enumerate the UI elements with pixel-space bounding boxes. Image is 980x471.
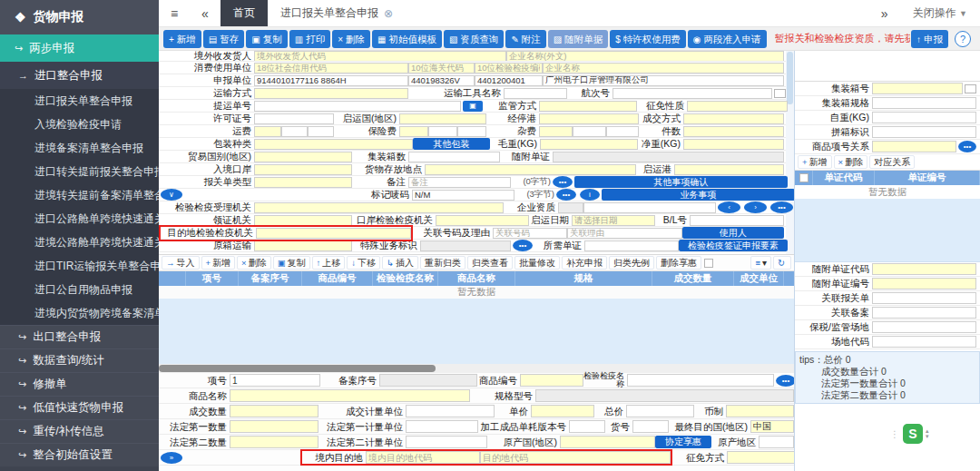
sidebar-item-retransmit[interactable]: ↪重传/补传信息 (0, 419, 159, 443)
删除享惠-button[interactable]: 删除享惠 (656, 256, 701, 270)
entry-port-input[interactable] (254, 164, 352, 175)
sidebar-item-entry-transit-advance[interactable]: 进境转关提前备案清单整合申报 (0, 183, 159, 207)
overseas-consignor-name-input[interactable] (506, 51, 784, 62)
marks-info-icon[interactable]: i (580, 189, 600, 201)
transport-tool-input[interactable] (504, 88, 567, 99)
legal-second-unit-input[interactable] (406, 436, 487, 448)
sidebar-item-entry-road-manifest[interactable]: 进境公路舱单跨境快速通关申报 (0, 231, 159, 254)
item-no-input[interactable] (230, 374, 320, 387)
declare-unit-name-input[interactable] (543, 75, 784, 86)
user-button[interactable]: 使用人 (682, 227, 784, 239)
附注-button[interactable]: ✎附注 (505, 30, 545, 48)
tab-1[interactable]: 进口报关单整合申报⊗ (268, 0, 406, 26)
port-ciq-org-input[interactable] (436, 215, 529, 226)
attach-doc-code-input[interactable] (872, 263, 976, 275)
bl-no-input[interactable] (690, 215, 784, 226)
storage-place-input[interactable] (425, 164, 636, 175)
declare-unit-credit-input[interactable] (254, 75, 408, 86)
departure-country-input[interactable] (399, 113, 486, 124)
新增-button[interactable]: +新增 (798, 155, 832, 169)
删除-button[interactable]: ×删除 (237, 256, 271, 270)
sidebar-item-amend-cancel[interactable]: ↪修撤单 (0, 372, 159, 396)
total-price-input[interactable] (626, 405, 694, 417)
container-count-input[interactable] (408, 152, 500, 162)
transport-mode-input[interactable] (254, 88, 408, 99)
两段准入申请-button[interactable]: ◉两段准入申请 (688, 30, 767, 48)
goods-code-input[interactable] (520, 374, 583, 387)
对应关系-button[interactable]: 对应关系 (869, 155, 915, 169)
special-business-more-icon[interactable]: ••• (513, 240, 533, 251)
declaration-type-input[interactable] (254, 177, 352, 188)
legal-first-qty-input[interactable] (230, 420, 318, 433)
goods-name-input[interactable] (230, 389, 470, 402)
currency-input[interactable] (726, 405, 794, 417)
accompanying-docs-input[interactable] (553, 152, 784, 162)
related-declaration-input[interactable] (872, 292, 976, 304)
original-container-input[interactable] (254, 240, 352, 251)
consumer-unit-credit-input[interactable] (254, 63, 408, 74)
上移-button[interactable]: ↑上移 (312, 256, 346, 270)
复制-button[interactable]: ▣复制 (273, 256, 310, 270)
related-record-input[interactable] (872, 307, 976, 319)
expand-detail-icon[interactable]: » (161, 452, 182, 464)
sidebar-item-data-query[interactable]: ↪数据查询/统计 (0, 348, 159, 372)
资质查询-button[interactable]: ▧资质查询 (444, 30, 504, 48)
transaction-mode-input[interactable] (683, 113, 784, 124)
enterprise-qual-input[interactable] (583, 202, 716, 213)
horizontal-scrollbar[interactable] (159, 364, 794, 373)
insurance-mark-input[interactable] (399, 126, 428, 137)
expand-tabs-icon[interactable]: » (869, 6, 900, 21)
voyage-checkbox[interactable] (774, 89, 786, 98)
consumer-unit-ciq-input[interactable] (475, 63, 543, 74)
下移-button[interactable]: ↓下移 (347, 256, 380, 270)
misc-currency-input[interactable] (606, 126, 639, 137)
特许权使用费-button[interactable]: $特许权使用费 (610, 30, 686, 48)
misc-mark-input[interactable] (539, 126, 573, 137)
declare-unit-customs-input[interactable] (408, 75, 475, 86)
暂存-button[interactable]: ▤暂存 (203, 30, 244, 48)
goods-item-relation-more-icon[interactable]: ••• (958, 141, 976, 152)
article-no-input[interactable] (632, 420, 669, 433)
related-reason-input[interactable] (567, 228, 682, 239)
ciq-visa-elements-button[interactable]: 检验检疫签证申报要素 (679, 240, 788, 251)
levy-mode-input[interactable] (727, 451, 798, 464)
levy-nature-input[interactable] (687, 101, 788, 112)
misc-rate-input[interactable] (573, 126, 606, 137)
consumer-unit-customs-input[interactable] (408, 63, 475, 74)
insurance-currency-input[interactable] (457, 126, 486, 137)
spec-model-input[interactable] (535, 389, 794, 402)
other-package-button[interactable]: 其他包装 (413, 138, 490, 150)
sidebar-item-entry-inspection[interactable]: 入境检验检疫申请 (0, 113, 159, 136)
hamburger-menu-icon[interactable]: ≡ (159, 0, 190, 26)
origin-region-input[interactable] (759, 436, 794, 448)
remark-input[interactable] (408, 177, 511, 188)
wps-icon[interactable]: S (903, 424, 923, 444)
license-no-input[interactable] (254, 113, 334, 124)
site-code-input[interactable] (872, 336, 976, 348)
补充申报-button[interactable]: 补充申报 (562, 256, 607, 270)
origin-country-input[interactable] (560, 436, 655, 448)
close-operations-dropdown[interactable]: 关闭操作 ▼ (913, 5, 967, 21)
sidebar-item-import-personal-goods[interactable]: 进口公自用物品申报 (0, 278, 159, 301)
enterprise-qual-code-input[interactable] (558, 202, 583, 213)
horizontal-scrollbar-thumb[interactable] (159, 365, 436, 372)
record-seq-input[interactable] (379, 374, 477, 387)
package-type-input[interactable] (254, 139, 413, 150)
unit-price-input[interactable] (531, 405, 594, 417)
container-no-input[interactable] (872, 83, 963, 94)
goods-select-checkbox[interactable] (704, 259, 713, 268)
marks-input[interactable] (412, 190, 514, 201)
consumption-version-input[interactable] (569, 420, 605, 433)
business-matters-button[interactable]: 业务事项 (602, 189, 794, 201)
special-business-input[interactable] (420, 240, 511, 251)
destination-ciq-org-input[interactable] (256, 228, 411, 239)
package-count-input[interactable] (683, 126, 784, 137)
container-spec-input[interactable] (872, 97, 976, 109)
declare-button[interactable]: ↑申报 (911, 30, 948, 48)
voyage-no-input[interactable] (612, 88, 772, 99)
destination-code-input[interactable] (480, 451, 671, 464)
domestic-destination-input[interactable] (366, 451, 480, 464)
sidebar-item-entry-record-list[interactable]: 进境备案清单整合申报 (0, 136, 159, 160)
lcl-flag-input[interactable] (872, 126, 976, 138)
批量修改-button[interactable]: 批量修改 (514, 256, 560, 270)
